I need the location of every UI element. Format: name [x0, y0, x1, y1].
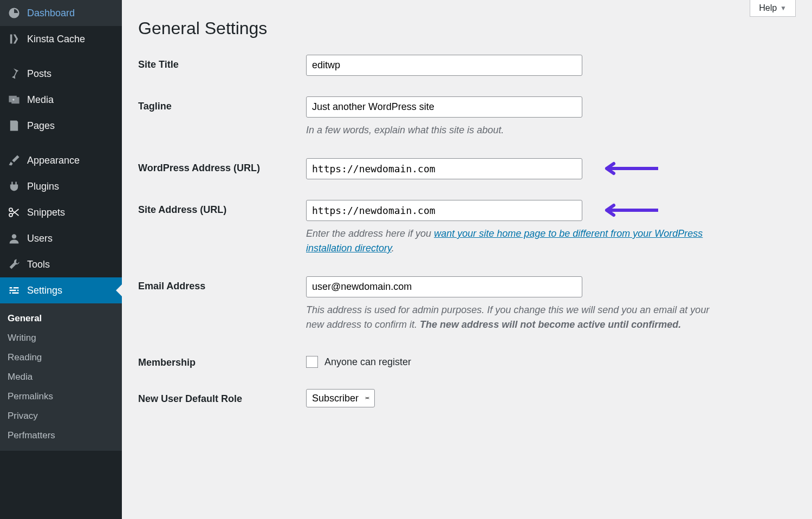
membership-checkbox[interactable]: [306, 356, 318, 368]
svg-point-0: [12, 99, 15, 101]
main-content: Help ▼ General Settings Site Title Tagli…: [122, 0, 812, 519]
submenu-item-permalinks[interactable]: Permalinks: [0, 387, 122, 406]
sidebar-item-label: Snippets: [27, 207, 65, 218]
wrench-icon: [8, 258, 21, 271]
sidebar-item-tools[interactable]: Tools: [0, 251, 122, 277]
tagline-label: Tagline: [138, 96, 306, 112]
pages-icon: [8, 119, 21, 132]
sidebar-item-kinsta-cache[interactable]: Kinsta Cache: [0, 26, 122, 52]
site-address-input[interactable]: [306, 200, 582, 221]
dashboard-icon: [8, 7, 21, 20]
sidebar-item-label: Media: [27, 94, 54, 106]
sidebar-item-label: Kinsta Cache: [27, 34, 85, 45]
sidebar-item-posts[interactable]: Posts: [0, 61, 122, 87]
sidebar-item-media[interactable]: Media: [0, 87, 122, 113]
email-label: Email Address: [138, 276, 306, 292]
arrow-annotation-icon: [599, 202, 658, 220]
submenu-item-media[interactable]: Media: [0, 367, 122, 387]
submenu-item-reading[interactable]: Reading: [0, 348, 122, 367]
sidebar-item-users[interactable]: Users: [0, 225, 122, 251]
sidebar-item-label: Settings: [27, 285, 62, 296]
email-description: This address is used for admin purposes.…: [306, 303, 729, 332]
email-input[interactable]: [306, 276, 582, 297]
site-address-row: Site Address (URL) Enter the address her…: [138, 200, 796, 256]
sidebar-item-snippets[interactable]: Snippets: [0, 199, 122, 225]
sidebar-item-pages[interactable]: Pages: [0, 113, 122, 139]
site-title-label: Site Title: [138, 55, 306, 70]
sidebar-item-label: Pages: [27, 120, 55, 132]
media-icon: [8, 93, 21, 106]
submenu-item-general[interactable]: General: [0, 309, 122, 328]
brush-icon: [8, 154, 21, 167]
wp-address-input[interactable]: [306, 158, 582, 179]
site-title-row: Site Title: [138, 55, 796, 76]
membership-checkbox-label: Anyone can register: [324, 356, 411, 368]
arrow-annotation-icon: [599, 160, 658, 179]
submenu-item-perfmatters[interactable]: Perfmatters: [0, 426, 122, 445]
sidebar-item-settings[interactable]: Settings: [0, 277, 122, 303]
sliders-icon: [8, 284, 21, 297]
plugin-icon: [8, 180, 21, 193]
pin-icon: [8, 67, 21, 80]
sidebar-item-dashboard[interactable]: Dashboard: [0, 0, 122, 26]
sidebar-item-label: Plugins: [27, 181, 59, 192]
membership-row: Membership Anyone can register: [138, 353, 796, 368]
sidebar-item-label: Tools: [27, 259, 50, 270]
sidebar-item-appearance[interactable]: Appearance: [0, 147, 122, 173]
tagline-input[interactable]: [306, 96, 582, 118]
admin-sidebar: DashboardKinsta CachePostsMediaPagesAppe…: [0, 0, 122, 519]
page-title: General Settings: [138, 18, 796, 38]
site-address-description: Enter the address here if you want your …: [306, 226, 729, 256]
email-row: Email Address This address is used for a…: [138, 276, 796, 332]
wp-address-row: WordPress Address (URL): [138, 158, 796, 179]
help-label: Help: [759, 3, 777, 13]
settings-form: Site Title Tagline In a few words, expla…: [138, 55, 796, 407]
site-title-input[interactable]: [306, 55, 582, 76]
sidebar-item-label: Appearance: [27, 155, 80, 166]
tagline-description: In a few words, explain what this site i…: [306, 123, 729, 138]
sidebar-item-plugins[interactable]: Plugins: [0, 173, 122, 199]
default-role-select[interactable]: Subscriber: [306, 389, 375, 407]
default-role-label: New User Default Role: [138, 389, 306, 405]
default-role-row: New User Default Role Subscriber: [138, 389, 796, 407]
wp-address-label: WordPress Address (URL): [138, 158, 306, 174]
help-tab[interactable]: Help ▼: [750, 0, 796, 17]
caret-down-icon: ▼: [780, 4, 787, 12]
svg-point-3: [12, 234, 16, 238]
user-icon: [8, 232, 21, 245]
tagline-row: Tagline In a few words, explain what thi…: [138, 96, 796, 138]
sidebar-item-label: Posts: [27, 68, 51, 80]
submenu-item-writing[interactable]: Writing: [0, 328, 122, 348]
site-address-label: Site Address (URL): [138, 200, 306, 216]
kinsta-icon: [8, 33, 21, 46]
settings-submenu: GeneralWritingReadingMediaPermalinksPriv…: [0, 303, 122, 451]
sidebar-item-label: Users: [27, 233, 53, 244]
submenu-item-privacy[interactable]: Privacy: [0, 406, 122, 426]
membership-label: Membership: [138, 353, 306, 368]
sidebar-item-label: Dashboard: [27, 8, 75, 19]
scissors-icon: [8, 206, 21, 219]
